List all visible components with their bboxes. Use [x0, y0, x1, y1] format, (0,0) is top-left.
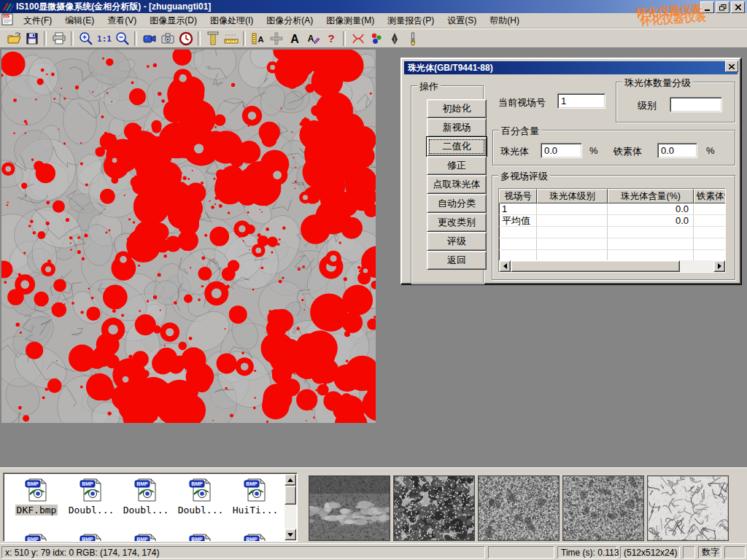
- op-button-6[interactable]: 更改类别: [427, 213, 487, 232]
- open-button[interactable]: [4, 30, 23, 47]
- metallographic-image[interactable]: [1, 50, 376, 423]
- grid-icon: [268, 31, 285, 47]
- thumbnail-fine-speckle-a[interactable]: [478, 475, 560, 541]
- table-col-2[interactable]: 珠光体含量(%): [608, 189, 694, 203]
- help-button[interactable]: ?: [322, 30, 340, 47]
- grade-field-label: 级别: [638, 99, 657, 112]
- camera-button[interactable]: [158, 30, 177, 47]
- status-small-panel: [683, 546, 695, 559]
- help-icon: ?: [323, 31, 339, 47]
- window-restore-button[interactable]: [716, 1, 729, 13]
- vscroll-thumb[interactable]: [285, 486, 296, 505]
- table-row-1[interactable]: 平均值0.0: [499, 215, 726, 227]
- grade-input[interactable]: [670, 97, 722, 112]
- file-item-DKF.bmp[interactable]: BMPDKF.bmp: [10, 478, 63, 516]
- print-button[interactable]: [50, 30, 68, 47]
- hscroll-thumb[interactable]: [511, 260, 680, 272]
- menu-item-5[interactable]: 图像分析(A): [260, 13, 320, 28]
- actual-size-button[interactable]: 1:1: [95, 30, 113, 47]
- menu-item-8[interactable]: 设置(S): [441, 13, 483, 28]
- scroll-right-button[interactable]: [713, 260, 725, 272]
- rating-table[interactable]: 视场号珠光体级别珠光体含量(%)铁素体含量(%) 10.0平均值0.0: [498, 188, 726, 273]
- thumbnail-coarse-patches[interactable]: [393, 475, 475, 541]
- zoom-out-button[interactable]: [113, 30, 131, 47]
- app-icon: [2, 1, 14, 14]
- file-item-Doubl...[interactable]: BMPDoubl...: [174, 478, 227, 516]
- measure-text-button[interactable]: A: [249, 30, 267, 47]
- current-field-input[interactable]: 1: [557, 93, 605, 109]
- op-button-5[interactable]: 自动分类: [427, 194, 487, 213]
- dialog-title-bar[interactable]: 珠光体(GB/T9441-88): [404, 61, 738, 74]
- video-camera-button[interactable]: [140, 30, 158, 47]
- caliper-button[interactable]: [204, 30, 222, 47]
- bmp-file-icon: BMP: [243, 533, 268, 542]
- zoom-in-icon: [78, 31, 94, 47]
- scroll-up-button[interactable]: [285, 474, 296, 486]
- menu-item-6[interactable]: 图像测量(M): [320, 13, 381, 28]
- pearlite-percent-input[interactable]: 0.0: [541, 143, 582, 158]
- file-item-row2-1[interactable]: BMP: [65, 533, 117, 542]
- table-col-3[interactable]: 铁素体含量(%): [694, 189, 726, 203]
- svg-text:A: A: [290, 33, 299, 45]
- actual-size-icon: 1:1: [96, 31, 112, 47]
- curve-cut-button[interactable]: [349, 30, 367, 47]
- op-button-2[interactable]: 二值化: [427, 137, 487, 156]
- file-browser[interactable]: BMPDKF.bmpBMPDoubl...BMPDoubl...BMPDoubl…: [3, 472, 298, 542]
- camera-icon: [160, 31, 176, 47]
- classify-icon: [368, 31, 384, 47]
- table-hscrollbar[interactable]: [499, 260, 725, 272]
- menu-item-3[interactable]: 图像显示(D): [143, 13, 204, 28]
- ferrite-percent-input[interactable]: 0.0: [657, 143, 697, 158]
- file-item-Doubl...[interactable]: BMPDoubl...: [65, 478, 117, 516]
- file-name: DKF.bmp: [15, 505, 58, 516]
- table-row-0[interactable]: 10.0: [499, 203, 726, 215]
- svg-text:BMP: BMP: [246, 481, 258, 486]
- op-button-1[interactable]: 新视场: [427, 118, 487, 137]
- file-item-row2-4[interactable]: BMP: [229, 533, 282, 542]
- ruler-button[interactable]: [222, 30, 240, 47]
- op-button-8[interactable]: 返回: [427, 251, 487, 270]
- dialog-close-button[interactable]: [725, 61, 738, 72]
- brush-icon: [405, 31, 421, 47]
- op-button-4[interactable]: 点取珠光体: [427, 175, 487, 194]
- pen-button[interactable]: [385, 30, 403, 47]
- menu-item-9[interactable]: 帮助(H): [483, 13, 526, 28]
- menu-item-7[interactable]: 测量报告(P): [381, 13, 441, 28]
- brush-button[interactable]: [403, 30, 422, 47]
- thumbnail-fine-speckle-b[interactable]: [562, 475, 644, 541]
- file-item-row2-2[interactable]: BMP: [120, 533, 172, 542]
- menu-item-4[interactable]: 图像处理(I): [204, 13, 260, 28]
- table-col-1[interactable]: 珠光体级别: [537, 189, 608, 203]
- thumbnail-light-flakes[interactable]: [647, 475, 729, 541]
- op-button-0[interactable]: 初始化: [427, 99, 487, 118]
- op-button-3[interactable]: 修正: [427, 156, 487, 175]
- file-list-vscrollbar[interactable]: [285, 474, 296, 540]
- menu-item-2[interactable]: 查看(V): [101, 13, 143, 28]
- window-close-button[interactable]: [731, 1, 745, 13]
- text-button[interactable]: A: [285, 30, 303, 47]
- table-col-0[interactable]: 视场号: [499, 189, 537, 203]
- thumbnail-dark-banded[interactable]: [309, 475, 390, 541]
- table-row-2[interactable]: [499, 227, 726, 238]
- classify-button[interactable]: [367, 30, 385, 47]
- window-minimize-button[interactable]: [700, 1, 714, 13]
- menu-item-0[interactable]: 文件(F): [17, 13, 58, 28]
- save-button[interactable]: [23, 30, 41, 47]
- grid-button[interactable]: [267, 30, 285, 47]
- file-item-row2-3[interactable]: BMP: [174, 533, 227, 542]
- clock-button[interactable]: [177, 30, 195, 47]
- menu-item-1[interactable]: 编辑(E): [58, 13, 101, 28]
- scroll-left-button[interactable]: [499, 260, 511, 272]
- op-button-7[interactable]: 评级: [427, 232, 487, 251]
- file-item-row2-0[interactable]: BMP: [10, 533, 63, 542]
- file-item-HuiTi...[interactable]: BMPHuiTi...: [229, 478, 282, 516]
- table-cell: 平均值: [499, 215, 537, 227]
- status-mode: 数字: [698, 546, 721, 559]
- scroll-down-button[interactable]: [285, 529, 296, 540]
- text-icon: A: [287, 31, 303, 47]
- table-row-3[interactable]: [499, 238, 726, 250]
- file-item-Doubl...[interactable]: BMPDoubl...: [120, 478, 172, 516]
- annotate-button[interactable]: A: [303, 30, 322, 47]
- svg-text:BMP: BMP: [27, 537, 39, 542]
- zoom-in-button[interactable]: [77, 30, 95, 47]
